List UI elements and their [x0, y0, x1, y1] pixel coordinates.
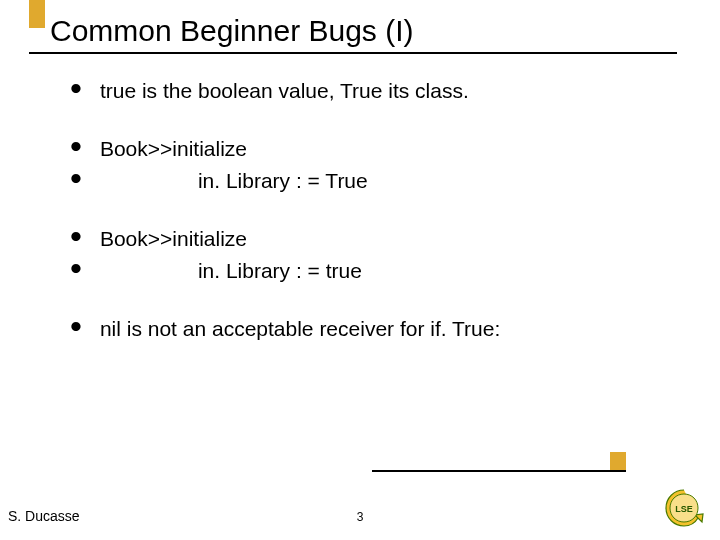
bullet-row: • in. Library : = True — [70, 168, 670, 194]
bullet-text: Book>>initialize — [100, 136, 247, 162]
bullet-dot: • — [70, 258, 82, 278]
bullet-row: • Book>>initialize — [70, 136, 670, 162]
slide-content: • true is the boolean value, True its cl… — [70, 78, 670, 342]
bullet-dot: • — [70, 78, 82, 98]
footer-divider — [372, 470, 626, 472]
bullet-text: Book>>initialize — [100, 226, 247, 252]
bullet-text: in. Library : = true — [100, 258, 362, 284]
accent-top-block — [29, 0, 45, 28]
page-number: 3 — [0, 510, 720, 524]
accent-bottom-block — [610, 452, 626, 470]
svg-text:LSE: LSE — [675, 504, 693, 514]
lse-logo: LSE — [662, 488, 706, 530]
bullet-dot: • — [70, 226, 82, 246]
bullet-dot: • — [70, 316, 82, 336]
bullet-row: • nil is not an acceptable receiver for … — [70, 316, 670, 342]
bullet-row: • Book>>initialize — [70, 226, 670, 252]
bullet-row: • true is the boolean value, True its cl… — [70, 78, 670, 104]
bullet-text: true is the boolean value, True its clas… — [100, 78, 469, 104]
title-underline — [29, 52, 677, 54]
bullet-row: • in. Library : = true — [70, 258, 670, 284]
bullet-dot: • — [70, 136, 82, 156]
bullet-text: nil is not an acceptable receiver for if… — [100, 316, 500, 342]
bullet-dot: • — [70, 168, 82, 188]
slide-title: Common Beginner Bugs (I) — [50, 14, 414, 47]
bullet-text: in. Library : = True — [100, 168, 368, 194]
